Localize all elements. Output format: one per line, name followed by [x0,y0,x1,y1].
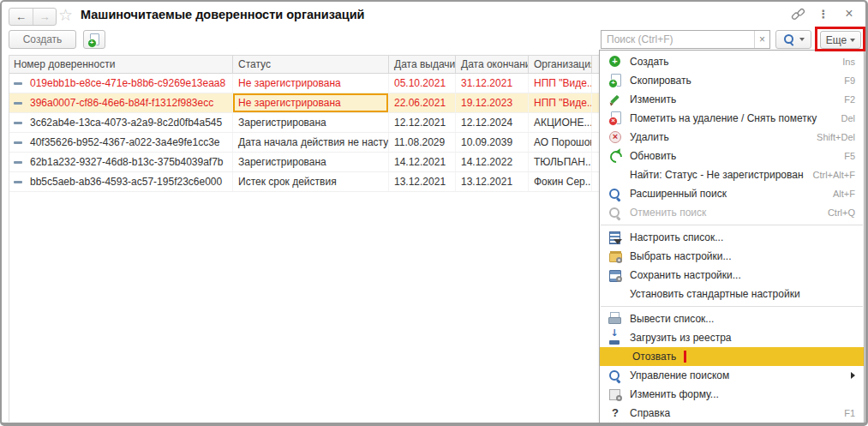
menu-item-label: Удалить [630,131,808,143]
table-row-3[interactable]: 3c62ab4e-13ca-4073-a2a9-8c2d0fb4a545 Зар… [9,113,599,133]
cell-org[interactable]: АКЦИОНЕ... [529,113,592,132]
pencil-icon [608,93,622,106]
menu-item-label: Отозвать [630,351,847,363]
search-input[interactable] [602,31,754,48]
cell-status[interactable]: Дата начала действия не наступила [233,133,389,152]
titlebar: ← → ☆ Машиночитаемые доверенности органи… [2,2,865,27]
menu-item-label: Отменить поиск [630,207,819,219]
cell-issue-date[interactable]: 14.12.2021 [389,153,456,171]
cell-status[interactable]: Зарегистрирована [233,153,389,171]
menu-item-18[interactable]: Отозвать [600,347,864,366]
menu-item-2[interactable]: Скопировать F9 [600,71,864,90]
search-cancel-icon [608,206,622,219]
cell-org[interactable]: НПП "Виде... [529,74,592,93]
cell-end-date[interactable]: 14.12.2022 [456,153,529,171]
cell-status[interactable]: Не зарегистрирована [233,74,389,93]
search-clear-button[interactable]: × [754,31,769,48]
favorite-star-icon[interactable]: ☆ [58,5,73,25]
menu-item-3[interactable]: Изменить F2 [600,90,864,109]
menu-item-14[interactable]: Установить стандартные настройки [600,285,864,303]
more-menu: Создать Ins Скопировать F9 Изменить F2 П… [599,50,865,425]
table-left-border [9,55,9,422]
table-row-2[interactable]: 396a0007-cf86-46e6-b84f-f1312f983ecc Не … [9,93,599,113]
menu-item-8[interactable]: Расширенный поиск Alt+F [600,184,864,203]
column-header-issue-date[interactable]: Дата выдачи [389,56,456,73]
link-icon[interactable] [790,6,805,21]
row-dash-icon [14,102,22,105]
copy-button[interactable] [83,30,105,49]
menu-item-11[interactable]: Настроить список... [600,228,864,247]
menu-item-20[interactable]: Изменить форму... [600,385,864,404]
row-dash-icon [14,82,22,85]
table-row-1[interactable]: 019ebb1b-e8ce-471e-b8b6-c9269e13eaa8 Не … [9,74,599,93]
column-header-end-date[interactable]: Дата окончания [456,56,529,73]
menu-item-21[interactable]: Справка F1 [600,404,864,423]
menu-item-label: Обновить [630,150,835,162]
table-row-5[interactable]: 62b1a232-9327-46d8-b13c-375b4039af7b Зар… [9,153,599,172]
column-header-org[interactable]: Организация [529,56,592,73]
menu-item-label: Установить стандартные настройки [630,288,847,300]
cell-status[interactable]: Зарегистрирована [233,113,389,132]
cell-end-date[interactable]: 12.12.2024 [456,113,529,132]
cell-end-date[interactable]: 10.09.2039 [456,133,529,152]
cell-org[interactable]: АО Порошок [529,133,592,152]
menu-item-shortcut: Del [841,113,855,123]
menu-item-16[interactable]: Вывести список... [600,309,864,328]
cell-number[interactable]: 40f35626-b952-4367-a022-3a4e9fe1cc3e [9,133,233,152]
menu-item-label: Справка [630,407,835,419]
row-dash-icon [14,122,22,124]
cell-end-date[interactable]: 13.12.2021 [456,172,529,191]
page-title: Машиночитаемые доверенности организаций [81,8,365,21]
import-disk-icon [608,331,622,345]
cell-number[interactable]: 3c62ab4e-13ca-4073-a2a9-8c2d0fb4a545 [9,113,233,132]
close-icon[interactable]: × [841,6,857,21]
forward-button[interactable]: → [33,9,56,25]
cell-issue-date[interactable]: 13.12.2021 [389,172,456,191]
back-button[interactable]: ← [9,9,33,25]
menu-item-6[interactable]: Обновить F5 [600,147,864,165]
menu-item-label: Изменить [630,93,835,105]
window-menu-dots-icon[interactable]: ⋮ [816,6,831,21]
menu-item-7[interactable]: Найти: Статус - Не зарегистрирована Ctrl… [600,165,864,184]
create-button[interactable]: Создать [9,30,76,49]
cell-issue-date[interactable]: 05.10.2021 [389,74,456,93]
menu-separator [601,225,863,225]
menu-item-4[interactable]: Пометить на удаление / Снять пометку Del [600,109,864,128]
cell-org[interactable]: НПП "Виде... [529,93,592,112]
more-button[interactable]: Еще [820,31,861,49]
cell-cut [592,74,599,93]
column-header-number[interactable]: Номер доверенности [9,56,233,73]
menu-item-19[interactable]: Управление поиском [600,366,864,385]
toolbar: Создать × Еще [2,27,865,51]
cell-issue-date[interactable]: 22.06.2021 [389,93,456,112]
cell-issue-date[interactable]: 12.12.2021 [389,113,456,132]
cell-number[interactable]: bb5c5aeb-ab36-4593-ac57-195f23c6e000 [9,172,233,191]
menu-item-13[interactable]: Сохранить настройки... [600,266,864,285]
menu-item-17[interactable]: Загрузить из реестра [600,328,864,347]
table-row-4[interactable]: 40f35626-b952-4367-a022-3a4e9fe1cc3e Дат… [9,133,599,153]
menu-item-label: Скопировать [630,75,835,87]
cell-issue-date[interactable]: 11.08.2029 [389,133,456,152]
cell-end-date[interactable]: 31.12.2021 [456,74,529,93]
cell-number[interactable]: 396a0007-cf86-46e6-b84f-f1312f983ecc [9,93,233,112]
menu-item-1[interactable]: Создать Ins [600,52,864,71]
cell-number[interactable]: 019ebb1b-e8ce-471e-b8b6-c9269e13eaa8 [9,74,233,93]
cell-org[interactable]: ТЮЛЬПАН... [529,153,592,171]
search-button[interactable] [775,30,811,49]
cell-status[interactable]: Истек срок действия [233,172,389,191]
menu-item-5[interactable]: Удалить Shift+Del [600,128,864,147]
question-icon [608,406,622,420]
menu-item-label: Сохранить настройки... [630,269,847,281]
table-row-6[interactable]: bb5c5aeb-ab36-4593-ac57-195f23c6e000 Ист… [9,172,599,192]
menu-item-shortcut: Ctrl+Alt+F [812,170,855,180]
menu-item-9[interactable]: Отменить поиск Ctrl+Q [600,203,864,222]
cell-number[interactable]: 62b1a232-9327-46d8-b13c-375b4039af7b [9,153,233,171]
column-header-status[interactable]: Статус [233,56,389,73]
menu-item-label: Пометить на удаление / Снять пометку [630,112,832,124]
row-dash-icon [14,181,22,183]
cell-status[interactable]: Не зарегистрирована [233,93,389,112]
cell-org[interactable]: Фокин Сер... [529,172,592,191]
menu-item-12[interactable]: Выбрать настройки... [600,247,864,266]
cell-cut [592,93,599,112]
cell-end-date[interactable]: 19.12.2023 [456,93,529,112]
